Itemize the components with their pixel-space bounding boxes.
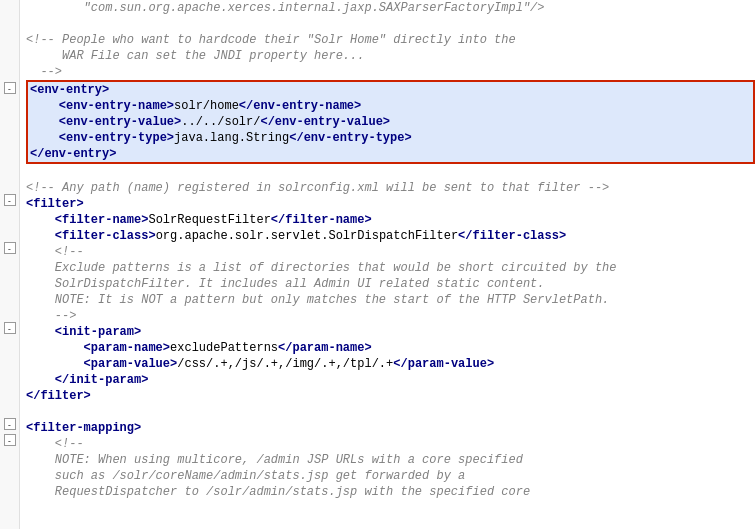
gutter-row: - xyxy=(0,432,19,448)
comment-span: "com.sun.org.apache.xerces.internal.jaxp… xyxy=(26,1,544,15)
gutter-row xyxy=(0,144,19,160)
fold-button[interactable]: - xyxy=(4,434,16,446)
gutter-row xyxy=(0,32,19,48)
text-span xyxy=(30,115,59,129)
code-view[interactable]: ------ "com.sun.org.apache.xerces.intern… xyxy=(0,0,755,529)
gutter-row xyxy=(0,112,19,128)
gutter-row xyxy=(0,96,19,112)
tag-span: </env-entry-type> xyxy=(289,131,411,145)
text-span: ../../solr/ xyxy=(181,115,260,129)
text-span xyxy=(30,131,59,145)
tag-span: <init-param> xyxy=(55,325,141,339)
code-line: RequestDispatcher to /solr/admin/stats.j… xyxy=(26,484,755,500)
code-line: SolrDispatchFilter. It includes all Admi… xyxy=(26,276,755,292)
fold-button[interactable]: - xyxy=(4,418,16,430)
comment-span: --> xyxy=(26,65,62,79)
tag-span: <filter-mapping> xyxy=(26,421,141,435)
fold-button[interactable]: - xyxy=(4,242,16,254)
code-line: WAR File can set the JNDI property here.… xyxy=(26,48,755,64)
gutter-row: - xyxy=(0,240,19,256)
tag-span: </filter-class> xyxy=(458,229,566,243)
tag-span: </param-value> xyxy=(393,357,494,371)
fold-button[interactable]: - xyxy=(4,194,16,206)
gutter-row xyxy=(0,160,19,176)
code-line xyxy=(26,404,755,420)
text-span: /css/.+,/js/.+,/img/.+,/tpl/.+ xyxy=(177,357,393,371)
code-line: <init-param> xyxy=(26,324,755,340)
fold-button[interactable]: - xyxy=(4,322,16,334)
gutter-row: - xyxy=(0,80,19,96)
gutter-row xyxy=(0,48,19,64)
tag-span: <param-value> xyxy=(84,357,178,371)
code-line: <param-name>excludePatterns</param-name> xyxy=(26,340,755,356)
code-line: such as /solr/coreName/admin/stats.jsp g… xyxy=(26,468,755,484)
gutter-row xyxy=(0,208,19,224)
tag-span: </filter-name> xyxy=(271,213,372,227)
comment-span: <!-- People who want to hardcode their "… xyxy=(26,33,516,47)
gutter-row xyxy=(0,464,19,480)
gutter-row xyxy=(0,352,19,368)
code-line: "com.sun.org.apache.xerces.internal.jaxp… xyxy=(26,0,755,16)
fold-button[interactable]: - xyxy=(4,82,16,94)
code-line: <filter-name>SolrRequestFilter</filter-n… xyxy=(26,212,755,228)
code-line: NOTE: It is NOT a pattern but only match… xyxy=(26,292,755,308)
code-line: <env-entry-value>../../solr/</env-entry-… xyxy=(30,114,751,130)
tag-span: <env-entry-type> xyxy=(59,131,174,145)
gutter-row xyxy=(0,480,19,496)
editor: ------ "com.sun.org.apache.xerces.intern… xyxy=(0,0,755,529)
tag-span: </param-name> xyxy=(278,341,372,355)
gutter-row xyxy=(0,176,19,192)
text-span xyxy=(26,229,55,243)
tag-span: </env-entry> xyxy=(30,147,116,161)
gutter-row: - xyxy=(0,416,19,432)
gutter-row: - xyxy=(0,320,19,336)
text-span xyxy=(30,99,59,113)
tag-span: <env-entry-name> xyxy=(59,99,174,113)
text-span xyxy=(26,341,84,355)
code-line: <!-- xyxy=(26,436,755,452)
text-span xyxy=(26,325,55,339)
code-line: --> xyxy=(26,64,755,80)
gutter-row xyxy=(0,384,19,400)
code-line: <filter> xyxy=(26,196,755,212)
highlighted-block: <env-entry> <env-entry-name>solr/home</e… xyxy=(26,80,755,164)
gutter-row: - xyxy=(0,192,19,208)
comment-span: <!-- xyxy=(55,245,84,259)
gutter-row xyxy=(0,272,19,288)
tag-span: </env-entry-name> xyxy=(239,99,361,113)
code-line xyxy=(26,16,755,32)
gutter-row xyxy=(0,16,19,32)
gutter-row xyxy=(0,256,19,272)
tag-span: </filter> xyxy=(26,389,91,403)
text-span xyxy=(26,213,55,227)
tag-span: <env-entry> xyxy=(30,83,109,97)
text-span xyxy=(26,357,84,371)
gutter-row xyxy=(0,368,19,384)
comment-span: <!-- xyxy=(55,437,84,451)
tag-span: <param-name> xyxy=(84,341,170,355)
code-line: <filter-class>org.apache.solr.servlet.So… xyxy=(26,228,755,244)
comment-span: Exclude patterns is a list of directorie… xyxy=(26,261,617,275)
text-span: SolrRequestFilter xyxy=(148,213,270,227)
gutter-row xyxy=(0,0,19,16)
code-line: <env-entry-name>solr/home</env-entry-nam… xyxy=(30,98,751,114)
text-span xyxy=(26,245,55,259)
code-line: </init-param> xyxy=(26,372,755,388)
gutter-row xyxy=(0,128,19,144)
comment-span: --> xyxy=(26,309,76,323)
gutter-row xyxy=(0,336,19,352)
tag-span: <filter> xyxy=(26,197,84,211)
code-line: <!-- Any path (name) registered in solrc… xyxy=(26,180,755,196)
code-line: <param-value>/css/.+,/js/.+,/img/.+,/tpl… xyxy=(26,356,755,372)
text-span xyxy=(26,437,55,451)
text-span: excludePatterns xyxy=(170,341,278,355)
code-line: <env-entry-type>java.lang.String</env-en… xyxy=(30,130,751,146)
comment-span: <!-- Any path (name) registered in solrc… xyxy=(26,181,609,195)
gutter-row xyxy=(0,224,19,240)
code-line: </filter> xyxy=(26,388,755,404)
code-line: Exclude patterns is a list of directorie… xyxy=(26,260,755,276)
tag-span: <filter-name> xyxy=(55,213,149,227)
gutter-row xyxy=(0,448,19,464)
gutter-row xyxy=(0,400,19,416)
tag-span: <env-entry-value> xyxy=(59,115,181,129)
